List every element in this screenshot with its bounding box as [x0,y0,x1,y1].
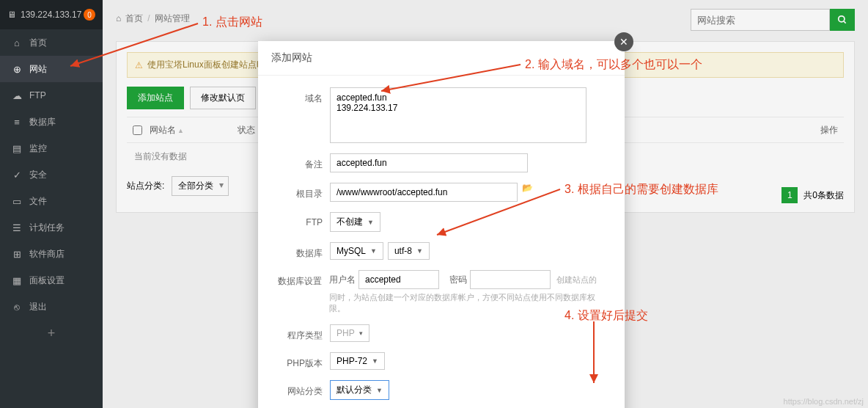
domain-label: 域名 [276,87,323,105]
prog-label: 程序类型 [276,324,323,342]
ftp-label: FTP [276,212,323,227]
folder-open-icon[interactable]: 📂 [522,183,533,193]
db-user-label: 用户名 [329,274,356,286]
modal-close-button[interactable]: ✕ [614,32,633,51]
ftp-select[interactable]: 不创建▼ [330,212,380,232]
sitecat-select[interactable]: 默认分类▼ [330,380,389,400]
dbset-label: 数据库设置 [276,270,322,288]
caret-icon: ▼ [370,247,377,255]
domain-input[interactable]: accepted.fun 139.224.133.17 [330,87,586,143]
close-icon: ✕ [619,36,628,48]
caret-icon: ▼ [367,219,374,226]
root-label: 根目录 [276,183,323,200]
db-pwd-label: 密码 [449,274,467,286]
php-select[interactable]: PHP-72▼ [330,352,385,370]
modal-body: 域名 accepted.fun 139.224.133.17 备注 根目录 📂 … [258,76,625,408]
db-site-hint: 创建站点的 [556,274,597,285]
db-type-select[interactable]: MySQL▼ [330,242,383,260]
php-label: PHP版本 [276,352,323,370]
db-user-input[interactable] [358,270,439,289]
caret-icon: ▼ [372,357,378,365]
root-input[interactable] [330,183,518,202]
remark-input[interactable] [330,153,528,172]
db-charset-select[interactable]: utf-8▼ [388,242,430,260]
caret-icon: ▾ [359,329,363,337]
db-label: 数据库 [276,242,323,260]
db-hint: 同时，为站点创建一个对应的数据库帐户，方便不同站点使用不同数据库权限。 [329,292,607,314]
add-site-modal: ✕ 添加网站 域名 accepted.fun 139.224.133.17 备注… [258,41,625,408]
watermark: https://blog.csdn.net/zj [784,397,864,406]
db-pwd-input[interactable] [470,270,551,289]
caret-icon: ▼ [416,247,423,255]
modal-title: 添加网站 [258,41,625,76]
prog-select[interactable]: PHP▾ [330,324,369,342]
remark-label: 备注 [276,153,323,171]
caret-icon: ▼ [376,387,383,394]
sitecat-label: 网站分类 [276,380,323,398]
